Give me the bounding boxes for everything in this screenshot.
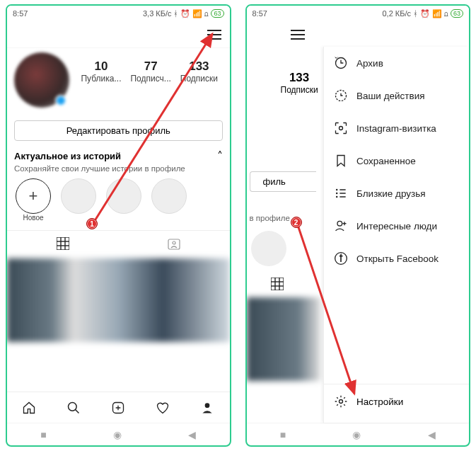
activity-clock-icon (334, 89, 348, 103)
edit-profile-fragment: филь (250, 171, 316, 192)
dimmed-background: 133 Подписки филь в профиле (247, 21, 320, 423)
profile-view-tabs (7, 230, 230, 258)
nametag-icon (334, 121, 348, 135)
menu-item-facebook[interactable]: Открыть Facebook (324, 242, 469, 275)
signal-icon: 📶 (192, 9, 202, 18)
side-menu-panel: Архив Ваши действия Instagram-визитка Со… (323, 47, 469, 423)
add-person-icon (334, 219, 348, 233)
edit-profile-button[interactable]: Редактировать профиль (14, 120, 223, 141)
stat-following[interactable]: 133 Подписки (180, 59, 218, 84)
menu-item-close-friends[interactable]: Близкие друзья (324, 177, 469, 210)
android-home-icon[interactable]: ◉ (352, 429, 361, 440)
signal-icon: 📶 (432, 9, 442, 18)
grid-icon (271, 278, 284, 290)
facebook-icon (334, 251, 348, 266)
alarm-icon: ⏰ (180, 9, 190, 18)
posts-grid[interactable] (7, 258, 230, 342)
profile-top-bar (247, 21, 470, 48)
status-bar: 8:57 3,3 КБ/с ᚼ ⏰ 📶 ⩍ 63 (7, 6, 230, 21)
bookmark-icon (334, 154, 348, 168)
svg-point-21 (339, 127, 343, 130)
bluetooth-icon: ᚼ (413, 9, 418, 18)
battery-icon: 63 (451, 9, 463, 18)
svg-point-24 (336, 196, 338, 198)
svg-point-32 (339, 400, 343, 404)
android-recents-icon[interactable]: ■ (280, 429, 286, 440)
wifi-icon: ⩍ (444, 9, 448, 18)
status-bar: 8:57 0,2 КБ/с ᚼ ⏰ 📶 ⩍ 63 (247, 6, 470, 21)
svg-rect-0 (57, 237, 69, 250)
gear-icon (334, 394, 348, 409)
battery-icon: 63 (211, 9, 224, 18)
tab-grid[interactable] (7, 231, 118, 258)
profile-top-bar (7, 21, 230, 48)
home-icon[interactable] (22, 401, 36, 415)
android-recents-icon[interactable]: ■ (40, 429, 46, 440)
svg-point-6 (173, 241, 175, 244)
menu-item-nametag[interactable]: Instagram-визитка (324, 112, 469, 144)
svg-point-23 (336, 193, 338, 195)
android-back-icon[interactable]: ◀ (188, 429, 196, 440)
story-ring-add-icon (55, 95, 66, 106)
profile-stats: 10 Публика... 77 Подписч... 133 Подписки (76, 59, 223, 84)
svg-point-12 (205, 403, 210, 408)
menu-item-discover[interactable]: Интересные люди (324, 210, 469, 242)
svg-point-28 (337, 221, 342, 226)
menu-icon[interactable] (207, 30, 221, 40)
android-nav-bar: ■ ◉ ◀ (247, 423, 470, 445)
annotation-badge-2: 2 (291, 217, 302, 228)
activity-icon[interactable] (156, 401, 170, 415)
status-time: 8:57 (252, 9, 267, 18)
highlights-sub-fragment: в профиле (250, 214, 290, 222)
tab-tagged[interactable] (118, 231, 229, 258)
stat-posts[interactable]: 10 Публика... (81, 59, 121, 84)
menu-item-activity[interactable]: Ваши действия (324, 79, 469, 112)
svg-line-8 (76, 409, 79, 413)
svg-rect-14 (271, 278, 284, 290)
highlights-title: Актуальное из историй (14, 151, 121, 161)
highlights-subtitle: Сохраняйте свои лучшие истории в профиле (14, 164, 223, 173)
menu-item-saved[interactable]: Сохраненное (324, 144, 469, 177)
bottom-nav (7, 392, 230, 423)
highlight-placeholder (106, 178, 141, 214)
list-icon (334, 186, 348, 200)
profile-header: 10 Публика... 77 Подписч... 133 Подписки (7, 48, 230, 108)
alarm-icon: ⏰ (420, 9, 430, 18)
highlight-new[interactable]: + Новое (16, 178, 51, 222)
menu-item-settings[interactable]: Настройки (324, 384, 469, 423)
status-net: 3,3 КБ/с (143, 9, 172, 18)
story-highlights-section: Актуальное из историй ˄ Сохраняйте свои … (7, 145, 230, 224)
plus-icon: + (16, 178, 51, 214)
stat-following-fragment: 133 Подписки (281, 71, 318, 95)
chevron-up-icon[interactable]: ˄ (217, 149, 223, 163)
phone-screenshot-2: 8:57 0,2 КБ/с ᚼ ⏰ 📶 ⩍ 63 133 Подписки фи… (245, 4, 471, 447)
status-net: 0,2 КБ/с (382, 9, 411, 18)
tagged-icon (167, 236, 181, 251)
wifi-icon: ⩍ (204, 9, 209, 18)
annotation-badge-1: 1 (86, 218, 98, 229)
stat-followers[interactable]: 77 Подписч... (130, 59, 170, 84)
status-time: 8:57 (13, 9, 28, 18)
search-icon[interactable] (66, 401, 81, 415)
menu-icon[interactable] (291, 30, 305, 40)
highlight-placeholder (151, 178, 187, 214)
bluetooth-icon: ᚼ (173, 9, 178, 18)
highlight-placeholder (61, 178, 96, 214)
android-home-icon[interactable]: ◉ (113, 429, 122, 440)
avatar[interactable] (14, 52, 69, 108)
highlight-placeholder (251, 231, 286, 266)
phone-screenshot-1: 8:57 3,3 КБ/с ᚼ ⏰ 📶 ⩍ 63 10 Публика... 7… (6, 4, 231, 447)
posts-grid-fragment (247, 297, 320, 381)
archive-icon (334, 56, 348, 70)
svg-point-22 (336, 189, 338, 191)
android-back-icon[interactable]: ◀ (428, 429, 436, 440)
android-nav-bar: ■ ◉ ◀ (7, 423, 230, 445)
new-post-icon[interactable] (111, 401, 125, 415)
menu-item-archive[interactable]: Архив (324, 47, 469, 79)
grid-icon (56, 236, 70, 251)
svg-point-7 (69, 402, 77, 411)
profile-icon[interactable] (200, 401, 214, 415)
